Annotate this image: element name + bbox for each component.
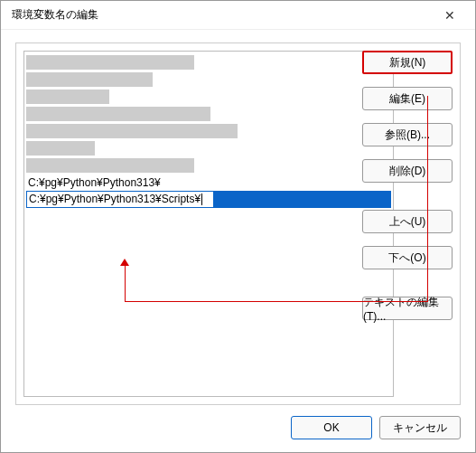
move-down-button[interactable]: 下へ(O)	[362, 246, 453, 269]
footer-buttons: OK キャンセル	[291, 416, 461, 439]
list-item[interactable]	[26, 55, 194, 70]
dialog-title: 環境変数名の編集	[12, 7, 432, 23]
list-item[interactable]	[26, 72, 153, 87]
list-item[interactable]: C:¥pg¥Python¥Python313¥	[26, 175, 391, 191]
path-edit-input[interactable]: C:¥pg¥Python¥Python313¥Scripts¥	[26, 191, 214, 208]
client-area: C:¥pg¥Python¥Python313¥C:¥pg¥Python¥Pyth…	[1, 30, 475, 452]
list-item[interactable]	[26, 107, 210, 121]
move-up-button[interactable]: 上へ(U)	[362, 210, 453, 233]
path-list[interactable]: C:¥pg¥Python¥Python313¥C:¥pg¥Python¥Pyth…	[23, 51, 394, 397]
dialog-window: 環境変数名の編集 ✕ C:¥pg¥Python¥Python313¥C:¥pg¥…	[0, 0, 476, 453]
new-button[interactable]: 新規(N)	[362, 51, 453, 74]
delete-button[interactable]: 削除(D)	[362, 159, 453, 183]
list-item[interactable]	[26, 124, 238, 138]
content-frame: C:¥pg¥Python¥Python313¥C:¥pg¥Python¥Pyth…	[15, 42, 461, 405]
edit-button[interactable]: 編集(E)	[362, 87, 453, 110]
browse-button[interactable]: 参照(B)...	[362, 123, 453, 146]
list-item[interactable]	[26, 141, 95, 156]
list-item-editing[interactable]: C:¥pg¥Python¥Python313¥Scripts¥	[26, 191, 391, 208]
side-buttons: 新規(N) 編集(E) 参照(B)... 削除(D) 上へ(U) 下へ(O) テ…	[362, 51, 453, 320]
list-item[interactable]	[26, 90, 109, 104]
edit-text-button[interactable]: テキストの編集(T)...	[362, 297, 453, 320]
text-caret-icon	[201, 193, 202, 205]
list-item[interactable]	[26, 158, 194, 173]
ok-button[interactable]: OK	[291, 416, 372, 439]
close-icon[interactable]: ✕	[432, 3, 468, 28]
cancel-button[interactable]: キャンセル	[379, 416, 461, 439]
titlebar: 環境変数名の編集 ✕	[1, 1, 475, 30]
